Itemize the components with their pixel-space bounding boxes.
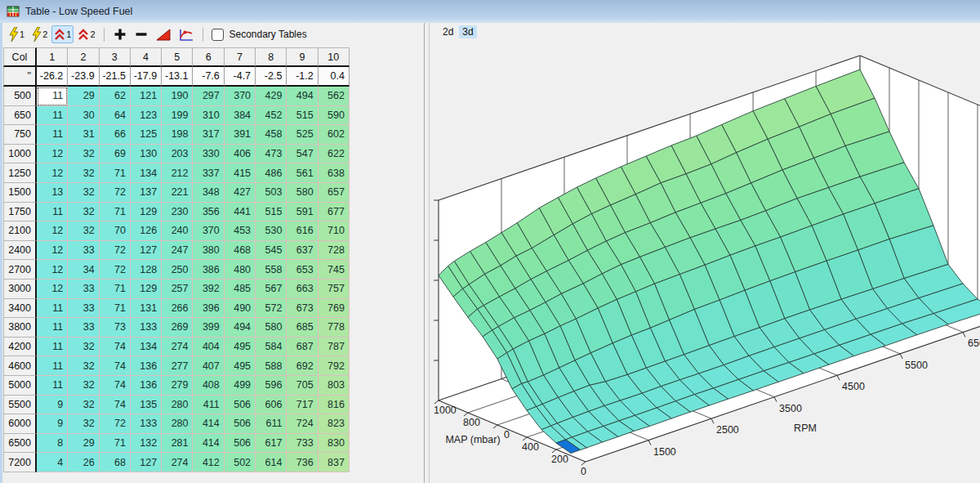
table-cell[interactable]: 591 [287,203,318,222]
table-cell[interactable]: 590 [318,106,350,126]
table-cell[interactable]: 136 [131,356,162,376]
table-cell[interactable]: 637 [287,241,318,261]
table-cell[interactable]: 728 [318,241,350,261]
table-cell[interactable]: 190 [162,87,193,106]
table-cell[interactable]: 411 [193,396,224,415]
table-cell[interactable]: 495 [225,356,256,376]
table-cell[interactable]: 530 [256,221,287,241]
table-cell[interactable]: 611 [256,414,287,434]
table-cell[interactable]: 392 [193,280,224,299]
table-cell[interactable]: 317 [193,125,224,145]
upload-2-button[interactable]: 2 [75,25,97,43]
table-cell[interactable]: 266 [162,299,193,319]
table-cell[interactable]: 221 [162,183,193,203]
table-cell[interactable]: 408 [193,376,224,396]
table-cell[interactable]: 32 [68,183,99,203]
table-cell[interactable]: 11 [37,203,68,222]
table-cell[interactable]: 584 [256,338,287,357]
table-cell[interactable]: 274 [162,453,193,472]
table-cell[interactable]: 250 [162,260,193,280]
table-cell[interactable]: 128 [131,260,162,280]
table-cell[interactable]: 480 [225,260,256,280]
table-cell[interactable]: 396 [193,299,224,319]
table-cell[interactable]: 32 [68,145,99,164]
column-header-4[interactable]: 4 [131,47,162,67]
table-cell[interactable]: 198 [162,125,193,145]
table-cell[interactable]: 123 [131,106,162,126]
table-cell[interactable]: 32 [68,356,99,376]
table-cell[interactable]: 12 [37,221,68,241]
row-header-2700[interactable]: 2700 [3,260,37,280]
table-cell[interactable]: 32 [68,338,99,357]
column-header-6[interactable]: 6 [193,47,224,67]
upload-1-button[interactable]: 1 [51,25,74,43]
table-cell[interactable]: 277 [162,356,193,376]
axis-value-cell[interactable]: -13.1 [162,67,193,87]
table-cell[interactable]: 580 [256,318,287,338]
table-cell[interactable]: 281 [162,434,193,454]
table-cell[interactable]: 74 [100,396,131,415]
table-cell[interactable]: 32 [68,163,99,183]
table-cell[interactable]: 133 [131,318,162,338]
table-cell[interactable]: 657 [318,183,350,203]
table-cell[interactable]: 506 [225,396,256,415]
table-cell[interactable]: 415 [225,163,256,183]
row-header-1500[interactable]: 1500 [3,183,37,203]
decrement-button[interactable] [131,25,151,43]
table-cell[interactable]: 572 [256,299,287,319]
table-cell[interactable]: 596 [256,376,287,396]
table-cell[interactable]: 199 [162,106,193,126]
row-header-3400[interactable]: 3400 [3,299,37,319]
axis-value-cell[interactable]: -21.5 [100,67,131,87]
table-cell[interactable]: 458 [256,125,287,145]
row-header-1250[interactable]: 1250 [3,163,37,183]
table-cell[interactable]: 384 [225,106,256,126]
secondary-tables-checkbox[interactable] [212,29,224,41]
table-cell[interactable]: 12 [37,163,68,183]
table-cell[interactable]: 816 [318,396,350,415]
table-cell[interactable]: 11 [37,318,68,338]
table-cell[interactable]: 71 [100,434,131,454]
table-cell[interactable]: 441 [225,203,256,222]
table-cell[interactable]: 12 [37,260,68,280]
interpolate-button[interactable] [153,25,174,43]
table-cell[interactable]: 663 [287,280,318,299]
table-cell[interactable]: 677 [318,203,350,222]
table-cell[interactable]: 30 [68,106,99,126]
table-cell[interactable]: 724 [287,414,318,434]
tab-2d[interactable]: 2d [439,25,457,38]
table-cell[interactable]: 567 [256,280,287,299]
table-cell[interactable]: 279 [162,376,193,396]
table-cell[interactable]: 127 [131,453,162,472]
burn-2-button[interactable]: 2 [29,25,50,43]
table-cell[interactable]: 769 [318,299,350,319]
table-cell[interactable]: 12 [37,145,68,164]
table-cell[interactable]: 778 [318,318,350,338]
table-cell[interactable]: 525 [287,125,318,145]
table-cell[interactable]: 588 [256,356,287,376]
table-cell[interactable]: 414 [193,434,224,454]
table-cell[interactable]: 414 [193,414,224,434]
table-cell[interactable]: 370 [225,87,256,106]
table-cell[interactable]: 545 [256,241,287,261]
table-cell[interactable]: 515 [256,203,287,222]
table-cell[interactable]: 792 [318,356,350,376]
table-cell[interactable]: 8 [37,434,68,454]
table-cell[interactable]: 494 [287,87,318,106]
table-cell[interactable]: 558 [256,260,287,280]
axis-value-cell[interactable]: -26.2 [37,67,68,87]
table-cell[interactable]: 127 [131,241,162,261]
table-cell[interactable]: 32 [68,221,99,241]
table-cell[interactable]: 72 [100,183,131,203]
table-cell[interactable]: 33 [68,299,99,319]
table-cell[interactable]: 803 [318,376,350,396]
column-header-5[interactable]: 5 [162,47,193,67]
table-cell[interactable]: 13 [37,183,68,203]
table-cell[interactable]: 494 [225,318,256,338]
table-cell[interactable]: 135 [131,396,162,415]
table-cell[interactable]: 32 [68,203,99,222]
table-cell[interactable]: 280 [162,396,193,415]
table-cell[interactable]: 12 [37,241,68,261]
table-cell[interactable]: 337 [193,163,224,183]
table-cell[interactable]: 503 [256,183,287,203]
